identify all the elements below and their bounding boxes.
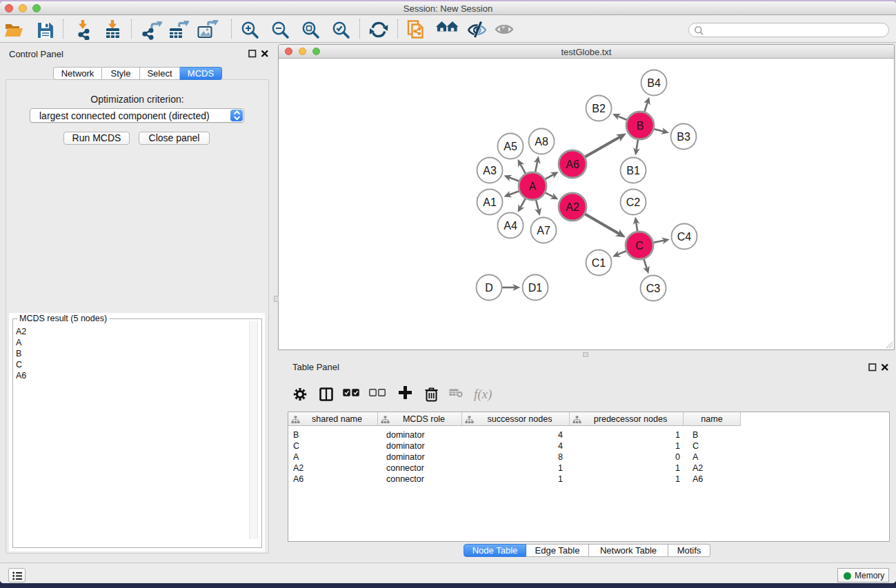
svg-text:A4: A4 — [504, 220, 517, 232]
svg-text:A6: A6 — [566, 159, 579, 170]
svg-text:C3: C3 — [646, 283, 661, 294]
svg-text:A: A — [529, 181, 537, 192]
svg-text:B3: B3 — [677, 131, 690, 143]
svg-text:C4: C4 — [677, 231, 692, 243]
svg-text:A3: A3 — [483, 165, 497, 176]
svg-text:B4: B4 — [647, 77, 661, 89]
svg-text:B1: B1 — [626, 165, 640, 176]
svg-text:A5: A5 — [504, 141, 517, 152]
svg-text:C2: C2 — [626, 196, 641, 208]
svg-text:B2: B2 — [592, 103, 606, 114]
svg-text:D: D — [485, 282, 493, 294]
svg-text:B: B — [637, 120, 644, 132]
svg-text:C1: C1 — [592, 257, 606, 269]
svg-text:A1: A1 — [483, 196, 497, 208]
svg-text:C: C — [635, 240, 644, 252]
svg-text:A2: A2 — [566, 201, 579, 213]
svg-text:A7: A7 — [537, 225, 550, 236]
svg-text:D1: D1 — [528, 282, 543, 294]
svg-text:A8: A8 — [535, 136, 548, 148]
